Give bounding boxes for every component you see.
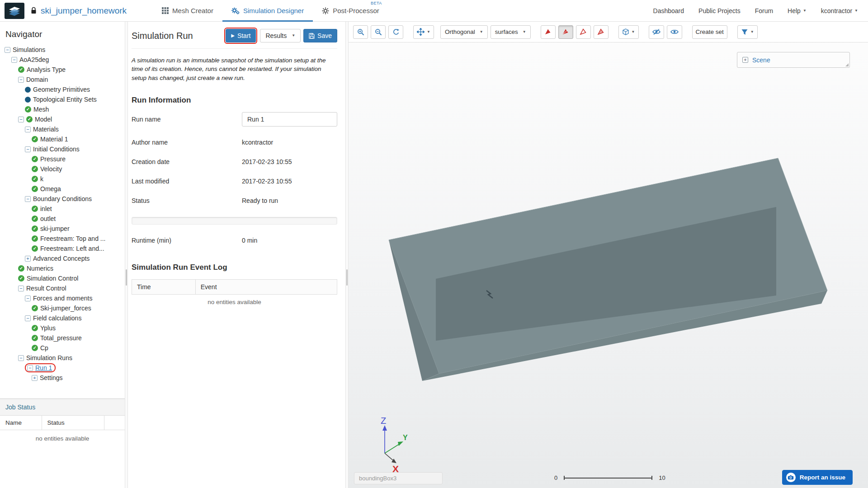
help-menu[interactable]: Help▼: [788, 7, 807, 14]
pick-volume-button[interactable]: [541, 25, 556, 39]
run-description: A simulation run is an immutable snapsho…: [132, 56, 337, 82]
tree-item-boundary-conditions[interactable]: −Boundary Conditions: [0, 194, 125, 204]
reset-view-button[interactable]: [388, 25, 403, 39]
projection-select[interactable]: Orthogonal ▼: [440, 25, 488, 39]
tree-item-label: Omega: [40, 185, 61, 192]
tree-item-domain[interactable]: −Domain: [0, 75, 125, 84]
pick-face-button[interactable]: [558, 25, 573, 39]
tree-item-k[interactable]: ✓k: [0, 174, 125, 184]
3d-canvas[interactable]: Z Y X: [349, 42, 868, 488]
collapse-icon[interactable]: −: [27, 365, 33, 371]
primitive-tool-button[interactable]: ▼: [618, 25, 639, 39]
collapse-icon[interactable]: −: [25, 196, 31, 202]
collapse-icon[interactable]: −: [18, 77, 24, 83]
expand-icon[interactable]: +: [25, 256, 31, 262]
resize-handle[interactable]: [845, 63, 849, 66]
save-button[interactable]: Save: [303, 29, 337, 42]
dashboard-link[interactable]: Dashboard: [653, 7, 684, 14]
link-label: Dashboard: [653, 7, 684, 14]
tree-item-settings[interactable]: +Settings: [0, 373, 125, 383]
tree-item-total-pressure[interactable]: ✓Total_pressure: [0, 333, 125, 343]
tree-item-initial-conditions[interactable]: −Initial Conditions: [0, 144, 125, 154]
create-set-button[interactable]: Create set: [692, 25, 727, 39]
tree-item-cp[interactable]: ✓Cp: [0, 343, 125, 353]
tree-item-ski-jumper[interactable]: ✓ski-jumper: [0, 224, 125, 234]
tab-simulation-designer[interactable]: Simulation Designer: [222, 0, 313, 22]
tree-item-pressure[interactable]: ✓Pressure: [0, 154, 125, 164]
eye-icon: [670, 28, 679, 35]
tree-item-model[interactable]: −✓Model: [0, 114, 125, 124]
pan-tool-button[interactable]: ▼: [413, 25, 434, 39]
hide-selection-button[interactable]: [649, 25, 664, 39]
start-button[interactable]: ▶ Start: [226, 29, 256, 42]
tree-item-topological-entity-sets[interactable]: Topological Entity Sets: [0, 94, 125, 104]
tree-item-yplus[interactable]: ✓Yplus: [0, 323, 125, 333]
tree-item-omega[interactable]: ✓Omega: [0, 184, 125, 194]
tree-item-geometry-primitives[interactable]: Geometry Primitives: [0, 84, 125, 94]
tree-item-label: Pressure: [40, 155, 66, 163]
results-button[interactable]: Results ▼: [260, 29, 301, 42]
tab-mesh-creator[interactable]: Mesh Creator: [153, 0, 222, 22]
tab-post-processor[interactable]: BETA Post-Processor: [313, 0, 388, 22]
tree-item-freestream-top-and[interactable]: ✓Freestream: Top and ...: [0, 234, 125, 244]
tree-item-mesh[interactable]: ✓Mesh: [0, 104, 125, 114]
check-icon: ✓: [32, 305, 38, 311]
filter-button[interactable]: ▼: [737, 25, 758, 39]
collapse-icon[interactable]: −: [25, 315, 31, 321]
tree-item-field-calculations[interactable]: −Field calculations: [0, 313, 125, 323]
tree-item-material-1[interactable]: ✓Material 1: [0, 134, 125, 144]
tree-item-outlet[interactable]: ✓outlet: [0, 214, 125, 224]
tree-item-simulations[interactable]: −Simulations: [0, 45, 125, 55]
user-menu[interactable]: kcontractor▼: [821, 7, 858, 14]
tree-item-freestream-left-and[interactable]: ✓Freestream: Left and...: [0, 244, 125, 253]
splitter-right[interactable]: [345, 22, 349, 488]
pick-edge-button[interactable]: [576, 25, 591, 39]
project-title[interactable]: ski_jumper_homework: [41, 6, 127, 16]
show-selection-button[interactable]: [667, 25, 682, 39]
tree-item-simulation-control[interactable]: ✓Simulation Control: [0, 273, 125, 283]
simscale-logo[interactable]: [5, 3, 24, 19]
zoom-in-button[interactable]: [353, 25, 368, 39]
pick-outline-icon: [580, 28, 587, 36]
tree-item-ski-jumper-forces[interactable]: ✓Ski-jumper_forces: [0, 303, 125, 313]
report-issue-label: Report an issue: [800, 474, 845, 481]
tree-item-run-1[interactable]: −Run 1: [0, 363, 125, 373]
tree-item-simulation-runs[interactable]: −Simulation Runs: [0, 353, 125, 363]
viewport[interactable]: ▼ Orthogonal ▼ surfaces ▼: [349, 22, 868, 488]
collapse-icon[interactable]: −: [25, 127, 31, 132]
collapse-icon[interactable]: −: [18, 286, 24, 291]
splitter-left[interactable]: [125, 22, 128, 488]
expand-icon[interactable]: +: [32, 375, 38, 381]
scale-max-label: 10: [659, 474, 665, 481]
collapse-icon[interactable]: −: [25, 146, 31, 152]
tree-item-advanced-concepts[interactable]: +Advanced Concepts: [0, 253, 125, 263]
tree-item-aoa25deg[interactable]: −AoA25deg: [0, 55, 125, 65]
splitter-grip[interactable]: [126, 269, 127, 286]
collapse-icon[interactable]: −: [18, 355, 24, 361]
scene-tree-toggle[interactable]: + Scene: [737, 52, 850, 68]
expand-icon[interactable]: +: [742, 57, 748, 63]
tree-item-velocity[interactable]: ✓Velocity: [0, 164, 125, 174]
splitter-grip[interactable]: [346, 269, 348, 286]
tree-item-inlet[interactable]: ✓inlet: [0, 204, 125, 214]
pick-solid-icon: [562, 28, 570, 36]
zoom-out-button[interactable]: [371, 25, 386, 39]
tree-item-result-control[interactable]: −Result Control: [0, 283, 125, 293]
collapse-icon[interactable]: −: [25, 296, 31, 301]
scene-label: Scene: [752, 56, 770, 64]
report-issue-button[interactable]: Report an issue: [782, 470, 853, 485]
tree-item-forces-and-moments[interactable]: −Forces and moments: [0, 293, 125, 303]
bounding-box-name-field[interactable]: boundingBox3: [354, 472, 443, 484]
pick-node-button[interactable]: [594, 25, 609, 39]
collapse-icon[interactable]: −: [18, 117, 24, 122]
render-mode-select[interactable]: surfaces ▼: [491, 25, 531, 39]
tree-item-materials[interactable]: −Materials: [0, 124, 125, 134]
collapse-icon[interactable]: −: [11, 57, 17, 63]
collapse-icon[interactable]: −: [5, 47, 10, 53]
forum-link[interactable]: Forum: [755, 7, 773, 14]
event-col-event: Event: [195, 279, 337, 294]
tree-item-numerics[interactable]: ✓Numerics: [0, 263, 125, 273]
run-name-input[interactable]: [242, 112, 337, 127]
tree-item-analysis-type[interactable]: ✓Analysis Type: [0, 65, 125, 75]
public-projects-link[interactable]: Public Projects: [698, 7, 741, 14]
